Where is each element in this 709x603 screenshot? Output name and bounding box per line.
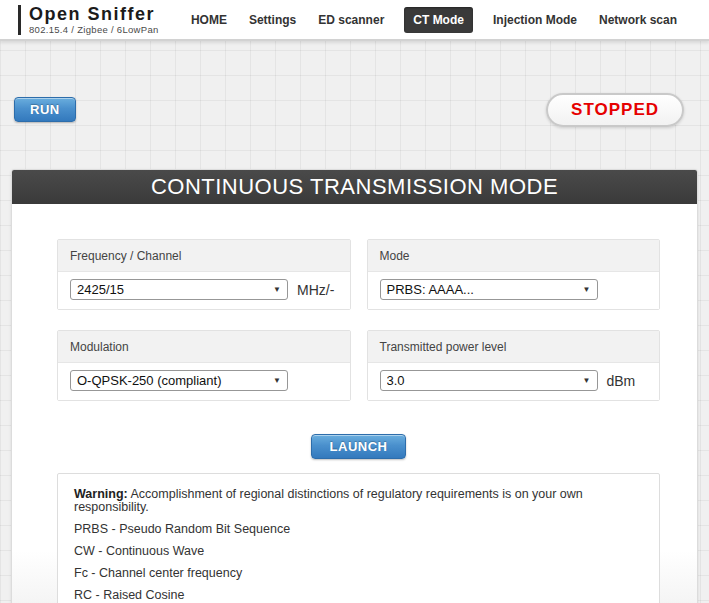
modulation-value: O-QPSK-250 (compliant)	[77, 373, 222, 388]
field-row-1: Frequency / Channel 2425/15 ▼ MHz/- Mode…	[57, 239, 660, 310]
logo-bar	[18, 5, 21, 35]
field-mode: Mode PRBS: AAAA... ▼	[367, 239, 661, 310]
nav-item-settings[interactable]: Settings	[247, 7, 298, 33]
nav-item-injection-mode[interactable]: Injection Mode	[491, 7, 579, 33]
field-power-level: Transmitted power level 3.0 ▼ dBm	[367, 330, 661, 401]
power-level-label: Transmitted power level	[368, 331, 660, 363]
power-level-value: 3.0	[387, 373, 405, 388]
frequency-channel-select[interactable]: 2425/15 ▼	[70, 279, 288, 300]
open-sniffer-logo: Open Sniffer 802.15.4 / Zigbee / 6LowPan	[18, 5, 159, 35]
mode-label: Mode	[368, 240, 660, 272]
nav-item-home[interactable]: HOME	[189, 7, 229, 33]
chevron-down-icon: ▼	[583, 376, 591, 385]
run-button[interactable]: RUN	[14, 97, 76, 122]
frequency-channel-label: Frequency / Channel	[58, 240, 350, 272]
warning-text: Warning: Accomplishment of regional dist…	[74, 488, 643, 514]
field-row-2: Modulation O-QPSK-250 (compliant) ▼ Tran…	[57, 330, 660, 401]
main-nav: HOME Settings ED scanner CT Mode Injecti…	[189, 7, 679, 33]
warning-label: Warning:	[74, 487, 128, 501]
power-level-select[interactable]: 3.0 ▼	[380, 370, 598, 391]
status-badge: STOPPED	[546, 93, 684, 127]
abbreviation-fc: Fc - Channel center frequency	[74, 567, 643, 580]
frequency-unit-label: MHz/-	[297, 282, 334, 298]
logo-title: Open Sniffer	[29, 5, 159, 24]
launch-button[interactable]: LAUNCH	[311, 434, 407, 459]
abbreviation-rc: RC - Raised Cosine	[74, 589, 643, 602]
field-frequency-channel: Frequency / Channel 2425/15 ▼ MHz/-	[57, 239, 351, 310]
mode-value: PRBS: AAAA...	[387, 282, 474, 297]
abbreviation-prbs: PRBS - Pseudo Random Bit Sequence	[74, 523, 643, 536]
chevron-down-icon: ▼	[273, 376, 281, 385]
power-unit-label: dBm	[607, 373, 636, 389]
nav-item-network-scan[interactable]: Network scan	[597, 7, 679, 33]
chevron-down-icon: ▼	[273, 285, 281, 294]
page-title: CONTINUOUS TRANSMISSION MODE	[12, 170, 697, 204]
logo-subtitle: 802.15.4 / Zigbee / 6LowPan	[29, 24, 159, 35]
header: Open Sniffer 802.15.4 / Zigbee / 6LowPan…	[0, 0, 709, 41]
toolbar-row: RUN STOPPED	[0, 41, 709, 146]
frequency-channel-value: 2425/15	[77, 282, 124, 297]
launch-row: LAUNCH	[57, 434, 660, 459]
ct-mode-panel: CONTINUOUS TRANSMISSION MODE Frequency /…	[11, 169, 698, 603]
warning-box: Warning: Accomplishment of regional dist…	[57, 473, 660, 603]
chevron-down-icon: ▼	[583, 285, 591, 294]
mode-select[interactable]: PRBS: AAAA... ▼	[380, 279, 598, 300]
nav-item-ed-scanner[interactable]: ED scanner	[316, 7, 386, 33]
abbreviation-cw: CW - Continuous Wave	[74, 545, 643, 558]
nav-item-ct-mode[interactable]: CT Mode	[404, 7, 473, 33]
modulation-label: Modulation	[58, 331, 350, 363]
field-modulation: Modulation O-QPSK-250 (compliant) ▼	[57, 330, 351, 401]
modulation-select[interactable]: O-QPSK-250 (compliant) ▼	[70, 370, 288, 391]
